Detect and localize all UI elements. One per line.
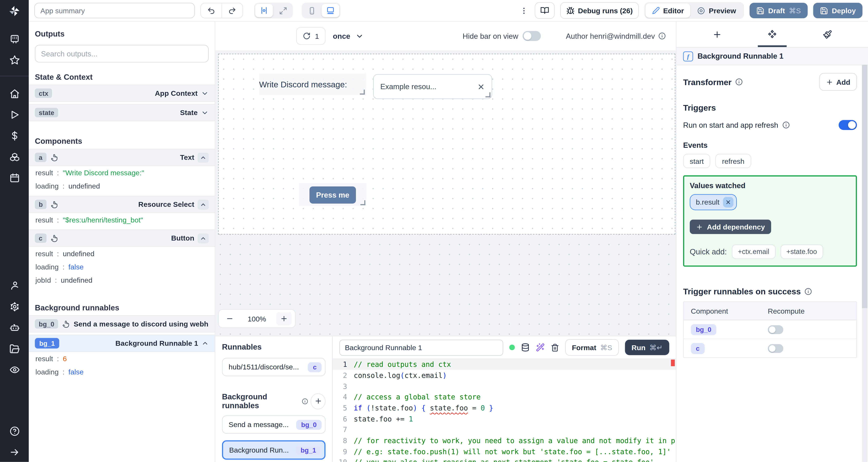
favorites-star-icon[interactable] (9, 55, 20, 65)
info-icon[interactable] (735, 78, 743, 86)
code-line[interactable]: 10// you may also just reassign as next … (333, 457, 676, 462)
ctx-row[interactable]: ctx App Context (29, 85, 215, 102)
clear-x-icon[interactable] (477, 83, 485, 91)
chevron-down-icon[interactable] (201, 89, 209, 97)
code-line[interactable]: 4// access a global state store (333, 392, 676, 403)
resources-boxes-icon[interactable] (9, 152, 20, 162)
info-icon[interactable] (804, 287, 812, 295)
fullscreen-button[interactable] (274, 4, 292, 17)
state-row[interactable]: state State (29, 104, 215, 121)
component-b-row[interactable]: b Resource Select (29, 196, 215, 213)
variables-icon[interactable] (9, 130, 20, 141)
settings-gear-icon[interactable] (9, 302, 20, 312)
hide-bar-toggle[interactable] (523, 31, 541, 41)
format-button[interactable]: Format ⌘S (565, 339, 619, 356)
center-layout-button[interactable] (255, 4, 273, 17)
debug-runs-button[interactable]: Debug runs (26) (560, 2, 639, 19)
zoom-out-button[interactable] (222, 312, 238, 326)
chevron-down-icon[interactable] (201, 109, 209, 117)
help-icon[interactable] (9, 426, 20, 436)
code-lines[interactable]: 1// read outputs and ctx2console.log(ctx… (333, 359, 676, 462)
schedules-calendar-icon[interactable] (9, 172, 20, 183)
refresh-counter[interactable]: 1 (296, 27, 326, 45)
component-c-row[interactable]: c Button (29, 230, 215, 246)
workers-robot-icon[interactable] (9, 323, 20, 333)
collapse-button[interactable] (198, 233, 209, 243)
runnable-bg0-item[interactable]: Send a message... bg_0 (222, 416, 326, 434)
collapse-button[interactable] (198, 153, 209, 162)
resource-select-component[interactable]: Example resou... (373, 74, 492, 99)
text-component[interactable]: Write Discord message: (259, 73, 366, 96)
quick-add-ctx-email[interactable]: +ctx.email (732, 244, 775, 259)
tab-styling[interactable] (812, 22, 843, 47)
runnable-bg1-item[interactable]: Background Run... bg_1 (222, 440, 326, 460)
tab-add-component[interactable] (702, 22, 733, 47)
runnable-name-input[interactable]: Background Runnable 1 (339, 339, 503, 356)
recompute-toggle-c[interactable] (768, 344, 783, 353)
code-line[interactable]: 5if (!state.foo) { state.foo = 0 } (333, 403, 676, 414)
app-canvas[interactable]: Write Discord message: Example resou... … (215, 51, 676, 336)
delete-trash-icon[interactable] (551, 343, 559, 352)
desktop-view-button[interactable] (322, 4, 339, 17)
add-transformer-button[interactable]: Add (819, 73, 857, 91)
chevron-up-icon[interactable] (202, 340, 209, 347)
add-dependency-button[interactable]: Add dependency (690, 220, 771, 234)
runs-icon[interactable] (9, 109, 20, 120)
redo-button[interactable] (221, 3, 243, 18)
collapse-arrow-icon[interactable] (9, 447, 20, 458)
code-line[interactable]: 2console.log(ctx.email) (333, 370, 676, 381)
canvas-grid-card[interactable]: Write Discord message: Example resou... … (218, 54, 676, 234)
undo-button[interactable] (201, 3, 221, 18)
code-editor: Background Runnable 1 Format ⌘S Run (333, 336, 676, 462)
remove-watched-button[interactable] (723, 197, 733, 207)
code-line[interactable]: 7 (333, 424, 676, 435)
workspace-icon[interactable] (9, 34, 20, 44)
info-icon[interactable] (658, 32, 666, 40)
collapse-button[interactable] (198, 199, 209, 209)
code-line[interactable]: 9// e.g: state.foo.push(1) will not work… (333, 446, 676, 457)
audit-eye-icon[interactable] (9, 365, 20, 375)
zoom-in-button[interactable] (276, 312, 292, 326)
draft-button[interactable]: Draft ⌘S (749, 3, 807, 18)
runnable-hub-item[interactable]: hub/1511/discord/se... c (222, 358, 326, 376)
deploy-button[interactable]: Deploy (813, 3, 862, 18)
bg0-row[interactable]: bg_0 Send a message to discord using web… (29, 315, 215, 332)
tab-editor[interactable]: Editor (645, 3, 690, 18)
recompute-toggle-bg0[interactable] (768, 325, 783, 334)
run-on-start-toggle[interactable] (839, 120, 857, 130)
quick-add-state-foo[interactable]: +state.foo (780, 244, 823, 259)
run-button[interactable]: Run ⌘↵ (625, 340, 669, 355)
info-icon[interactable] (301, 398, 308, 405)
tab-components[interactable] (757, 22, 787, 47)
search-outputs-input[interactable]: Search outputs... (35, 45, 209, 62)
app-summary-input[interactable]: App summary (34, 3, 195, 18)
add-runnable-button[interactable] (311, 393, 326, 409)
more-menu-button[interactable] (519, 6, 529, 15)
prop-row: jobId:undefined (29, 273, 215, 287)
press-me-button[interactable]: Press me (309, 186, 356, 203)
docs-book-button[interactable] (535, 2, 555, 19)
scrollbar-thumb[interactable] (862, 65, 868, 308)
ai-wand-icon[interactable] (536, 343, 545, 352)
code-line[interactable]: 3 (333, 381, 676, 392)
code-line[interactable]: 6state.foo += 1 (333, 414, 676, 424)
code-line[interactable]: 8// for reactivity to work, you need to … (333, 435, 676, 446)
button-component[interactable]: Press me (299, 183, 367, 206)
component-a-row[interactable]: a Text (29, 149, 215, 166)
resize-handle[interactable] (361, 200, 366, 205)
resize-handle[interactable] (486, 92, 491, 97)
bg1-row[interactable]: bg_1 Background Runnable 1 (29, 335, 215, 352)
folders-icon[interactable] (9, 343, 20, 354)
windmill-logo-icon[interactable] (8, 5, 21, 17)
interval-select[interactable]: once (333, 32, 364, 40)
chevron-down-icon (355, 32, 364, 40)
scrollbar[interactable] (862, 65, 868, 462)
info-icon[interactable] (782, 121, 790, 129)
resize-handle[interactable] (360, 90, 365, 95)
home-icon[interactable] (9, 88, 20, 99)
tab-preview[interactable]: Preview (690, 3, 743, 18)
code-line[interactable]: 1// read outputs and ctx (333, 359, 676, 370)
user-icon[interactable] (9, 280, 20, 291)
mobile-view-button[interactable] (303, 4, 320, 17)
cache-database-icon[interactable] (521, 343, 530, 352)
